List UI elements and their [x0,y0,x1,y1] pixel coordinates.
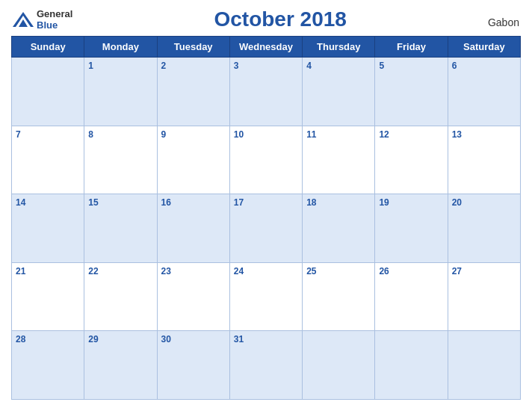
calendar-cell: 21 [12,262,84,331]
calendar-cell: 19 [375,194,448,263]
calendar-cell: 4 [303,58,375,126]
calendar-cell: 3 [229,58,302,126]
calendar-cell: 31 [229,331,302,400]
calendar-cell: 23 [157,262,229,331]
calendar-cell: 27 [448,262,520,331]
calendar-cell: 6 [448,58,520,126]
logo-general-text: General [37,8,72,19]
calendar-cell: 30 [157,331,229,400]
calendar-week-3: 14151617181920 [12,194,521,263]
calendar-week-5: 28293031 [12,331,521,400]
page-header: General Blue October 2018 Gabon [11,7,521,31]
calendar-title-block: October 2018 [214,7,346,31]
calendar-cell: 2 [157,58,229,126]
calendar-cell: 5 [375,58,448,126]
calendar-week-2: 78910111213 [12,126,521,194]
calendar-cell: 20 [448,194,520,263]
calendar-cell: 29 [84,331,157,400]
calendar-cell: 16 [157,194,229,263]
calendar-header-row: SundayMondayTuesdayWednesdayThursdayFrid… [12,37,521,58]
logo: General Blue [13,8,72,31]
calendar-cell: 10 [229,126,302,194]
calendar-cell: 28 [12,331,84,400]
day-header-tuesday: Tuesday [157,37,229,58]
calendar-cell: 17 [229,194,302,263]
logo-text: General Blue [37,8,72,31]
calendar-cell: 7 [12,126,84,194]
day-header-friday: Friday [375,37,448,58]
calendar-cell: 24 [229,262,302,331]
calendar-cell [375,331,448,400]
calendar-title: October 2018 [214,7,346,31]
calendar-cell: 1 [84,58,157,126]
day-header-thursday: Thursday [303,37,375,58]
calendar-cell: 26 [375,262,448,331]
calendar-cell [303,331,375,400]
calendar-week-1: 123456 [12,58,521,126]
calendar-cell [448,331,520,400]
logo-icon [13,12,34,27]
calendar-cell: 9 [157,126,229,194]
calendar-cell: 18 [303,194,375,263]
calendar-cell [12,58,84,126]
day-header-wednesday: Wednesday [229,37,302,58]
calendar-week-4: 21222324252627 [12,262,521,331]
calendar-cell: 11 [303,126,375,194]
calendar-cell: 22 [84,262,157,331]
day-header-saturday: Saturday [448,37,520,58]
calendar-cell: 12 [375,126,448,194]
calendar-cell: 8 [84,126,157,194]
calendar-cell: 13 [448,126,520,194]
country-label: Gabon [488,16,519,31]
calendar-table: SundayMondayTuesdayWednesdayThursdayFrid… [11,36,521,400]
calendar-body: 1234567891011121314151617181920212223242… [12,58,521,400]
day-header-monday: Monday [84,37,157,58]
day-header-sunday: Sunday [12,37,84,58]
calendar-cell: 14 [12,194,84,263]
logo-blue-text: Blue [37,19,72,31]
calendar-cell: 25 [303,262,375,331]
calendar-cell: 15 [84,194,157,263]
